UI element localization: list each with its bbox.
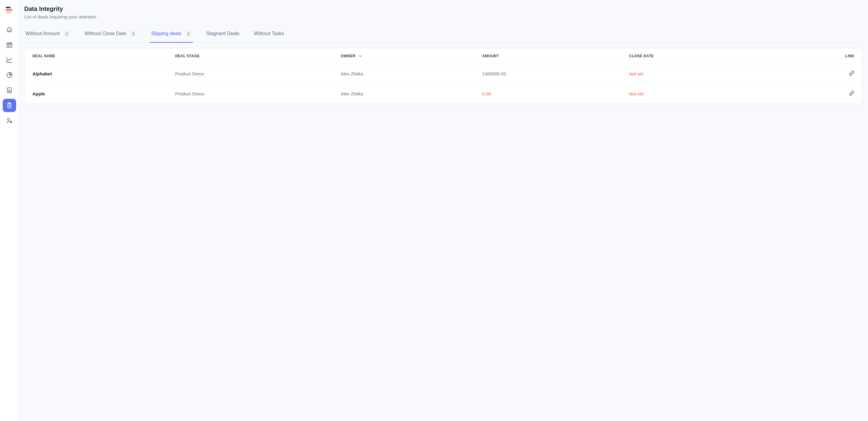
nav-home[interactable] (3, 23, 16, 36)
tab-label: Without Close Date (85, 31, 126, 36)
table-row: AlphabetProduct DemoAlex Zlotko1000000.0… (25, 64, 862, 84)
cell-close-date: Not set (621, 64, 770, 84)
tab-without-amount[interactable]: Without Amount2 (24, 28, 71, 42)
chevron-down-icon (359, 54, 362, 58)
home-icon (6, 26, 13, 33)
col-owner[interactable]: Owner (333, 48, 474, 64)
cell-deal-name: Alphabet (25, 64, 167, 84)
sidebar (0, 0, 19, 421)
report-icon (6, 87, 13, 94)
tab-stagnant-deals[interactable]: Stagnant Deals (205, 28, 240, 42)
tab-slipping-deals[interactable]: Slipping deals2 (150, 28, 193, 42)
col-close-date[interactable]: Close Date (621, 48, 770, 64)
cell-deal-name: Apple (25, 84, 167, 104)
main-content: Data Integrity List of deals requiring y… (19, 0, 868, 421)
tab-badge: 2 (185, 30, 191, 37)
cell-amount: 1000000.00 (474, 64, 621, 84)
cell-amount: 0.00 (474, 84, 621, 104)
nav-user-settings[interactable] (3, 114, 16, 127)
cell-deal-stage: Product Demo (167, 64, 333, 84)
tab-label: Stagnant Deals (206, 31, 239, 36)
nav-pie[interactable] (3, 68, 16, 82)
tabs: Without Amount2Without Close Date3Slippi… (24, 28, 863, 43)
col-link: Link (770, 48, 862, 64)
link-icon[interactable] (849, 91, 855, 96)
nav-trend[interactable] (3, 53, 16, 67)
tab-label: Slipping deals (151, 31, 182, 36)
tab-label: Without Tasks (254, 31, 284, 36)
pie-chart-icon (6, 72, 13, 78)
clipboard-icon (6, 102, 13, 109)
app-logo (6, 6, 13, 13)
cell-close-date: Not set (621, 84, 770, 104)
table-row: AppleProduct DemoAlex Zlotko0.00Not set (25, 84, 862, 104)
page-subtitle: List of deals requiring your attention (24, 14, 863, 20)
col-amount[interactable]: Amount (474, 48, 621, 64)
cell-owner: Alex Zlotko (333, 84, 474, 104)
cell-link (770, 64, 862, 84)
deals-table-card: Deal Name Deal Stage Owner Amount Close … (24, 48, 863, 104)
tab-label: Without Amount (26, 31, 60, 36)
col-owner-label: Owner (341, 54, 355, 58)
col-deal-name[interactable]: Deal Name (25, 48, 167, 64)
cell-deal-stage: Product Demo (167, 84, 333, 104)
nav-data-integrity[interactable] (3, 99, 16, 112)
tab-without-tasks[interactable]: Without Tasks (253, 28, 285, 42)
calendar-icon (6, 41, 13, 48)
svg-point-4 (7, 119, 9, 121)
cell-link (770, 84, 862, 104)
tab-without-close-date[interactable]: Without Close Date3 (83, 28, 138, 42)
col-deal-stage[interactable]: Deal Stage (167, 48, 333, 64)
trend-icon (6, 57, 13, 63)
nav-calendar[interactable] (3, 38, 16, 52)
tab-badge: 2 (63, 30, 70, 37)
link-icon[interactable] (849, 71, 855, 76)
tab-badge: 3 (130, 30, 137, 37)
deals-table: Deal Name Deal Stage Owner Amount Close … (25, 48, 862, 104)
page-title: Data Integrity (24, 5, 863, 12)
user-gear-icon (6, 117, 13, 124)
nav-report[interactable] (3, 84, 16, 97)
cell-owner: Alex Zlotko (333, 64, 474, 84)
